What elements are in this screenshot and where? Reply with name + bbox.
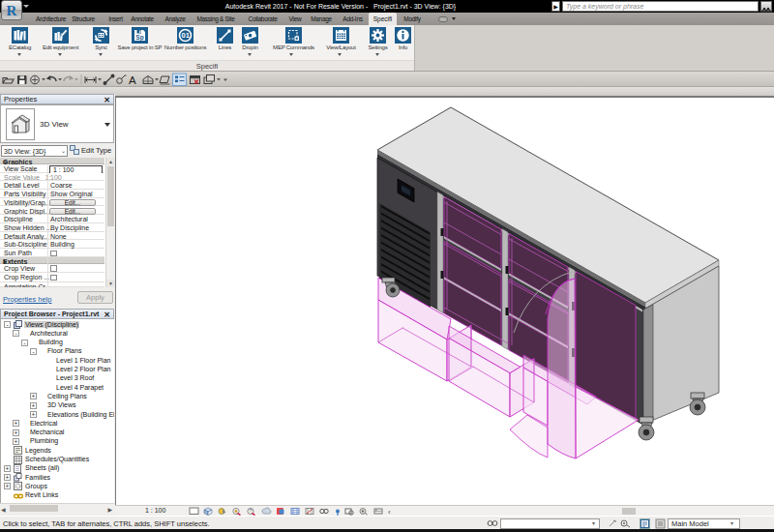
svg-text:A: A xyxy=(129,74,136,86)
svg-text:Sp: Sp xyxy=(135,34,143,42)
svg-text:01: 01 xyxy=(182,31,190,40)
svg-text:‹: ‹ xyxy=(388,508,391,517)
svg-text:R: R xyxy=(7,3,17,18)
